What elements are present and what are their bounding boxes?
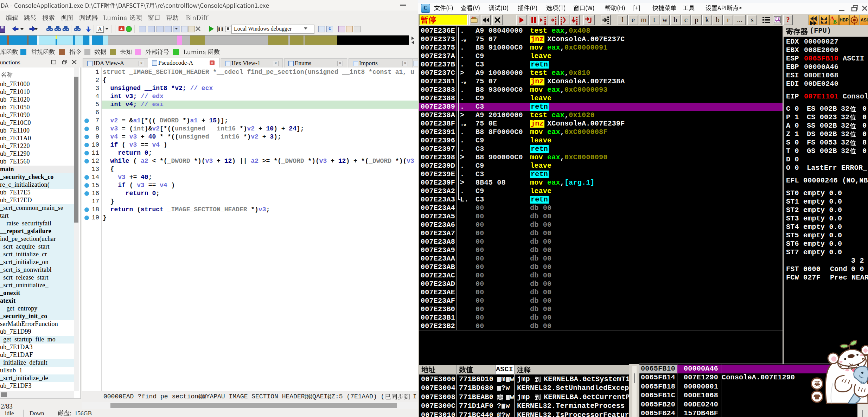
svg-text:B: B bbox=[833, 19, 837, 25]
